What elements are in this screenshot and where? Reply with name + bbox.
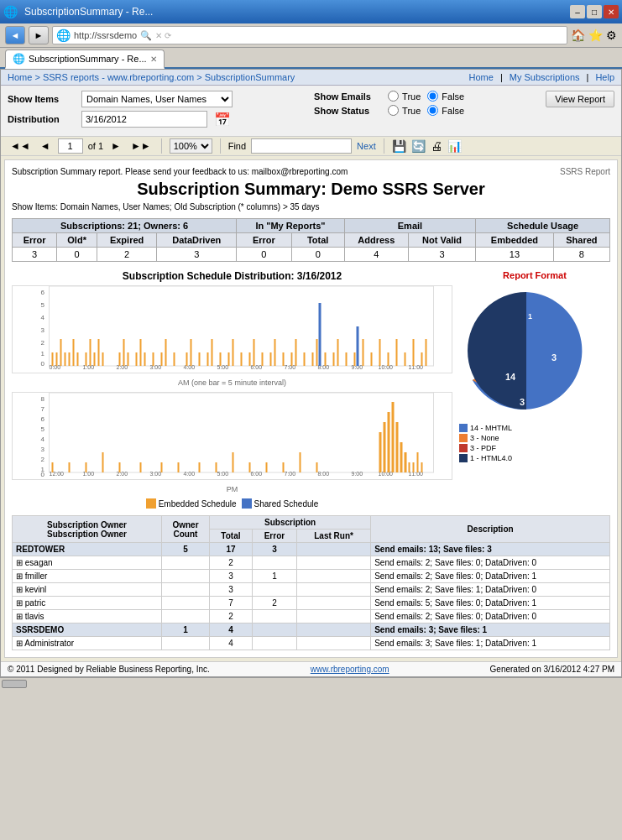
breadcrumb-help-link[interactable]: Help (595, 72, 614, 82)
close-button[interactable]: ✕ (604, 5, 619, 18)
svg-rect-122 (405, 452, 407, 472)
table-row: REDTOWER 5 17 3 Send emails: 13; Save fi… (13, 543, 610, 556)
breadcrumb-home-link[interactable]: Home (469, 72, 494, 82)
row-desc: Send emails: 2; Save files: 0; DataDrive… (371, 610, 610, 623)
table-row: ⊞ kevinl 3 Send emails: 2; Save files: 1… (13, 583, 610, 597)
table-row: ⊞ esagan 2 Send emails: 2; Save files: 0… (13, 556, 610, 570)
pie-title: Report Format (459, 270, 610, 280)
row-desc: Send emails: 3; Save files: 1 (371, 623, 610, 637)
row-lastrun (296, 597, 370, 610)
pie-legend-mhtml: 14 - MHTML (459, 424, 610, 432)
address-bar[interactable]: 🌐 http://ssrsdemo 🔍 ✕ ⟳ (52, 26, 567, 44)
svg-text:12:00: 12:00 (50, 471, 65, 477)
find-input[interactable] (251, 138, 352, 154)
col-subscription-group: Subscription (209, 516, 370, 530)
svg-rect-74 (405, 352, 406, 366)
row-error: 2 (252, 597, 296, 610)
svg-text:7: 7 (41, 405, 45, 413)
row-error: 1 (252, 570, 296, 583)
export-icon[interactable]: 💾 (392, 139, 406, 153)
toolbar-separator-3 (384, 138, 384, 154)
val-old: 0 (57, 248, 97, 262)
svg-rect-33 (123, 339, 125, 366)
home-browser-icon[interactable]: 🏠 (571, 29, 585, 42)
svg-rect-63 (319, 303, 321, 366)
row-owner: ⊞ tlavis (13, 610, 162, 623)
first-page-button[interactable]: ◄◄ (8, 139, 33, 153)
forward-button[interactable]: ► (29, 26, 49, 44)
row-total: 3 (209, 570, 252, 583)
refresh-icon[interactable]: 🔄 (411, 139, 426, 153)
last-page-button[interactable]: ►► (128, 139, 154, 153)
row-total: 7 (209, 597, 252, 610)
show-emails-false-radio[interactable]: False (427, 91, 464, 102)
pie-chart-area: Report Format (459, 270, 610, 509)
show-status-true-radio[interactable]: True (388, 105, 421, 116)
window-controls: – □ ✕ (570, 5, 619, 18)
view-report-button[interactable]: View Report (546, 91, 614, 107)
find-next-label[interactable]: Next (357, 141, 376, 151)
row-error: 3 (252, 543, 296, 556)
active-tab[interactable]: 🌐 SubscriptionSummary - Re... ✕ (5, 50, 165, 69)
show-status-false-radio[interactable]: False (427, 105, 464, 116)
svg-rect-73 (396, 339, 398, 366)
svg-rect-26 (77, 352, 79, 366)
pm-chart-svg: 8 7 6 5 4 3 2 1 0 12:00 1:00 2: (13, 393, 452, 477)
page-number-input[interactable] (58, 138, 83, 154)
toolbar-separator-1 (161, 138, 162, 154)
maximize-button[interactable]: □ (587, 5, 602, 18)
scrollbar-thumb[interactable] (2, 680, 27, 688)
svg-text:3:00: 3:00 (150, 364, 162, 370)
minimize-button[interactable]: – (570, 5, 585, 18)
svg-rect-104 (119, 462, 121, 472)
summary-header-schedule: Schedule Usage (476, 219, 610, 233)
summary-header-subs: Subscriptions: 21; Owners: 6 (13, 219, 237, 233)
svg-rect-22 (60, 339, 62, 366)
col-address: Address (344, 233, 408, 248)
horizontal-scrollbar[interactable] (0, 677, 622, 689)
am-label: AM (one bar = 5 minute interval) (12, 378, 452, 387)
svg-rect-70 (371, 352, 373, 366)
layout-icon[interactable]: 📊 (447, 139, 462, 153)
tab-bar: 🌐 SubscriptionSummary - Re... ✕ (0, 48, 622, 69)
report-subtitle: Show Items: Domain Names, User Names; Ol… (12, 202, 610, 211)
distribution-input[interactable] (81, 111, 207, 128)
row-count (162, 597, 210, 610)
calendar-icon[interactable]: 📅 (214, 112, 231, 128)
val-notvalid: 3 (408, 248, 475, 262)
svg-rect-106 (161, 462, 163, 472)
svg-text:5:00: 5:00 (217, 471, 229, 477)
zoom-select[interactable]: 100% 75% 150% (170, 138, 212, 154)
svg-text:11:00: 11:00 (409, 364, 424, 370)
distribution-row: Distribution 📅 (8, 111, 233, 128)
show-emails-true-radio[interactable]: True (388, 91, 421, 102)
browser-icons: 🏠 ⭐ ⚙ (571, 29, 617, 42)
settings-browser-icon[interactable]: ⚙ (606, 29, 617, 42)
svg-rect-77 (426, 339, 427, 366)
show-emails-label: Show Emails (314, 91, 381, 102)
row-lastrun (296, 556, 370, 570)
svg-rect-109 (216, 462, 217, 472)
svg-text:2:00: 2:00 (117, 364, 128, 370)
back-button[interactable]: ◄ (5, 26, 25, 44)
svg-text:1: 1 (41, 350, 45, 357)
favorites-icon[interactable]: ⭐ (588, 29, 603, 42)
svg-text:5: 5 (41, 301, 45, 309)
prev-page-button[interactable]: ◄ (38, 139, 53, 153)
next-page-button[interactable]: ► (108, 139, 123, 153)
row-error (252, 637, 296, 650)
report-content: Subscription Summary report. Please send… (4, 159, 618, 658)
print-icon[interactable]: 🖨 (431, 139, 442, 153)
svg-rect-29 (94, 352, 96, 366)
svg-text:2:00: 2:00 (117, 471, 128, 477)
footer-website-link[interactable]: www.rbreporting.com (311, 665, 389, 674)
svg-text:3: 3 (41, 326, 45, 334)
svg-rect-101 (69, 462, 71, 472)
breadcrumb-subscriptions-link[interactable]: My Subscriptions (510, 72, 580, 82)
legend-shared: Shared Schedule (242, 498, 319, 509)
mhtml-legend-label: 14 - MHTML (470, 424, 512, 432)
svg-rect-43 (191, 339, 192, 366)
show-items-select[interactable]: Domain Names, User Names (81, 91, 233, 107)
row-total: 2 (209, 556, 252, 570)
tab-close-icon[interactable]: ✕ (150, 55, 157, 64)
